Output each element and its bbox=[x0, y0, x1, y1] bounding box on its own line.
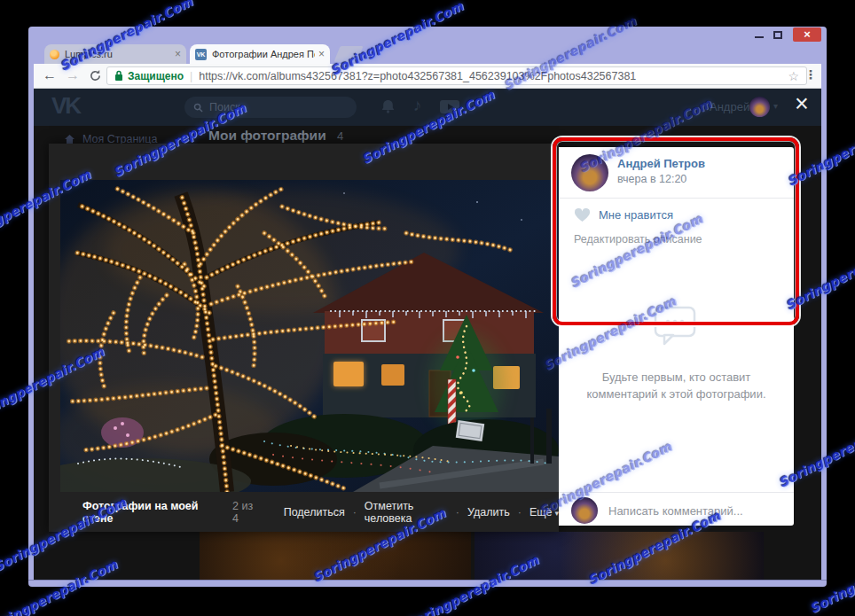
close-photo-viewer-icon[interactable]: × bbox=[795, 90, 809, 118]
christmas-lights-photo: .lg{fill:none;stroke:#c87f24;stroke-widt… bbox=[60, 180, 559, 492]
music-note-icon[interactable]: ♪ bbox=[413, 96, 422, 115]
window-frame-right bbox=[821, 64, 827, 580]
photos-count: 4 bbox=[337, 129, 343, 143]
share-link[interactable]: Поделиться bbox=[284, 506, 345, 519]
photo-counter: 2 из 4 bbox=[232, 500, 261, 525]
no-comments-line2: комментарий к этой фотографии. bbox=[559, 386, 794, 402]
search-icon bbox=[193, 103, 203, 113]
tab-title: Фотографии Андрея Пе bbox=[212, 49, 315, 59]
header-avatar[interactable] bbox=[749, 97, 770, 117]
vk-logo[interactable]: VK bbox=[51, 92, 80, 120]
tab-lumpics[interactable]: Lumpics.ru × bbox=[44, 44, 186, 64]
search-placeholder: Поиск bbox=[209, 101, 240, 113]
header-user-name[interactable]: Андрей bbox=[710, 100, 749, 113]
tag-person-link[interactable]: Отметить человека bbox=[365, 500, 448, 525]
comment-input[interactable]: Написать комментарий... bbox=[608, 504, 743, 518]
vk-header: VK Поиск ♪ Андрей ▾ × bbox=[34, 89, 821, 126]
tab-close-icon[interactable]: × bbox=[318, 48, 325, 60]
photo-thumbnail[interactable] bbox=[475, 532, 764, 580]
browser-menu-icon[interactable]: ⋮ bbox=[804, 67, 817, 82]
tab-title: Lumpics.ru bbox=[65, 49, 171, 59]
bookmark-star-icon[interactable]: ☆ bbox=[788, 69, 799, 83]
notifications-bell-icon[interactable] bbox=[381, 99, 395, 113]
page-title-text: Мои фотографии bbox=[208, 128, 326, 143]
tab-close-icon[interactable]: × bbox=[175, 48, 181, 60]
refresh-icon[interactable] bbox=[89, 69, 102, 82]
forward-icon[interactable]: → bbox=[66, 66, 80, 84]
separator-dot: · bbox=[456, 506, 459, 519]
vk-favicon-icon: VK bbox=[195, 49, 207, 60]
no-comments-line1: Будьте первым, кто оставит bbox=[559, 369, 794, 386]
video-icon[interactable] bbox=[440, 100, 459, 113]
photo-viewer-modal: .lg{fill:none;stroke:#c87f24;stroke-widt… bbox=[49, 144, 559, 532]
back-icon[interactable]: ← bbox=[43, 66, 57, 84]
more-link[interactable]: Ещё▾ bbox=[529, 506, 559, 519]
secure-lock-icon bbox=[114, 70, 123, 82]
vk-search-input[interactable]: Поиск bbox=[184, 97, 357, 118]
photo-image[interactable]: .lg{fill:none;stroke:#c87f24;stroke-widt… bbox=[60, 180, 559, 492]
vk-page: VK Поиск ♪ Андрей ▾ × bbox=[34, 89, 821, 580]
separator-dot: · bbox=[518, 506, 522, 519]
tab-vk-photos[interactable]: VK Фотографии Андрея Пе × bbox=[190, 44, 330, 64]
delete-link[interactable]: Удалить bbox=[467, 506, 510, 519]
omnibox-separator: | bbox=[190, 70, 192, 82]
more-label: Ещё bbox=[529, 506, 553, 519]
screen: JAN × Lumpics.ru × VK Фотографии Андрея … bbox=[0, 0, 855, 616]
divider bbox=[559, 492, 794, 493]
red-highlight-box bbox=[553, 137, 799, 325]
photo-action-bar: Фотографии на моей стене 2 из 4 Поделить… bbox=[49, 492, 559, 532]
lumpics-favicon-icon bbox=[50, 50, 59, 59]
maximize-button[interactable] bbox=[773, 31, 782, 39]
window-titlebar[interactable]: JAN bbox=[28, 27, 827, 43]
separator-dot: · bbox=[353, 506, 357, 519]
header-caret-icon: ▾ bbox=[773, 101, 778, 111]
minimize-button[interactable] bbox=[755, 36, 764, 38]
window-frame-bottom bbox=[28, 580, 827, 587]
address-bar[interactable]: Защищено | https://vk.com/albums43256738… bbox=[106, 66, 807, 85]
window-close-button[interactable]: × bbox=[793, 27, 821, 42]
url-text: https://vk.com/albums432567381?z=photo43… bbox=[199, 70, 782, 82]
photo-thumbnail[interactable] bbox=[200, 532, 471, 580]
browser-toolbar: ← → Защищено | https://vk.com/albums4325… bbox=[34, 64, 821, 89]
security-label: Защищено bbox=[128, 70, 184, 82]
album-name[interactable]: Фотографии на моей стене bbox=[82, 500, 224, 525]
commenter-avatar bbox=[571, 497, 598, 524]
no-comments-text: Будьте первым, кто оставит комментарий к… bbox=[559, 369, 794, 402]
page-title: Мои фотографии 4 bbox=[208, 128, 343, 144]
